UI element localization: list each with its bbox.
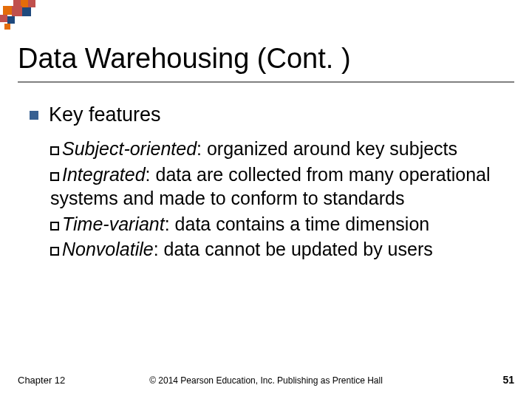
footer-copyright: © 2014 Pearson Education, Inc. Publishin…	[0, 375, 532, 386]
bullet-desc: : data contains a time dimension	[165, 214, 430, 234]
bullet-desc: : organized around key subjects	[197, 138, 457, 159]
section-heading: Key features	[49, 103, 161, 126]
bullet-term: Subject-oriented	[62, 138, 197, 159]
bullet-integrated: Integrated: data are collected from many…	[50, 163, 502, 211]
level1-item: Key features	[30, 103, 502, 126]
bullet-term: Integrated	[62, 164, 146, 185]
bullet-desc: : data cannot be updated by users	[154, 239, 433, 259]
bullet-nonvolatile: Nonvolatile: data cannot be updated by u…	[50, 237, 502, 262]
bullet-time-variant: Time-variant: data contains a time dimen…	[50, 212, 502, 236]
bullet-term: Nonvolatile	[62, 239, 154, 259]
slide-title: Data Warehousing (Cont. )	[18, 43, 351, 75]
hollow-bullet-icon	[50, 247, 59, 256]
hollow-bullet-icon	[50, 172, 59, 181]
hollow-bullet-icon	[50, 222, 59, 231]
title-divider	[18, 81, 514, 83]
square-bullet-icon	[30, 111, 38, 120]
slide-logo	[0, 0, 44, 33]
level2-container: Subject-oriented: organized around key s…	[50, 137, 502, 262]
slide-content: Key features Subject-oriented: organized…	[30, 103, 502, 263]
bullet-term: Time-variant	[62, 214, 165, 234]
bullet-subject-oriented: Subject-oriented: organized around key s…	[50, 137, 502, 161]
footer-page-number: 51	[502, 374, 514, 386]
hollow-bullet-icon	[50, 146, 59, 155]
